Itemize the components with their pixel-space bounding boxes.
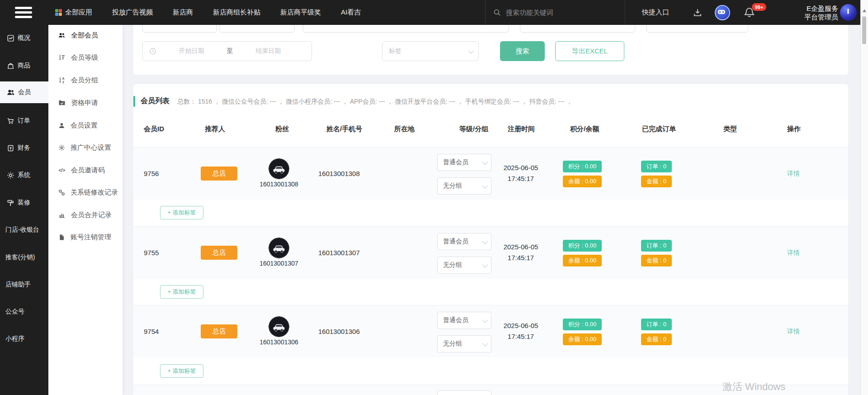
- level-select[interactable]: 普通会员: [437, 233, 491, 250]
- amount-badge: 金额 : 0: [641, 255, 672, 267]
- scrollbar-thumb[interactable]: [862, 16, 866, 44]
- member-name-phone: 16013001307: [318, 227, 360, 279]
- col-location: 所在地: [394, 125, 415, 133]
- fans-cell: 16013001307: [255, 238, 302, 267]
- chevron-down-icon: [482, 159, 488, 165]
- sidebar-item-distribution[interactable]: 推客(分销): [0, 247, 48, 267]
- sidebar-item-system[interactable]: 系统: [0, 165, 48, 185]
- member-id: 9756: [144, 148, 159, 200]
- all-members-icon: [58, 32, 66, 39]
- detail-link[interactable]: 详情: [778, 305, 809, 357]
- submenu-qualification[interactable]: 资格申请: [48, 94, 123, 112]
- col-name-phone: 姓名/手机号: [326, 125, 362, 133]
- submenu-member-group[interactable]: A Z 会员分组: [48, 71, 123, 89]
- chevron-down-icon: [482, 317, 488, 323]
- submenu-relation-log[interactable]: 关系链修改记录: [48, 183, 123, 201]
- col-reg-time: 注册时间: [508, 125, 535, 133]
- level-select[interactable]: [437, 390, 491, 395]
- tag-select[interactable]: 标签: [382, 41, 479, 61]
- chevron-down-icon: [482, 262, 488, 267]
- account-name[interactable]: E企盈服务 平台管理员: [780, 0, 838, 25]
- assistant-robot-icon[interactable]: [715, 0, 730, 25]
- topbar: 全部应用 投放广告视频 新店商 新店商组长补贴 新店商平级奖 AI看吉 快捷入口: [0, 0, 860, 25]
- fans-phone: 16013001308: [255, 181, 302, 188]
- list-title: 会员列表: [141, 96, 170, 106]
- group-select[interactable]: 无分组: [437, 257, 491, 274]
- sidebar-item-store-cashier[interactable]: 门店-收银台: [0, 220, 48, 240]
- sidebar-item-finance[interactable]: 财务: [0, 138, 48, 158]
- nav-peer-award[interactable]: 新店商平级奖: [280, 8, 321, 17]
- overview-icon: [7, 34, 14, 42]
- table-row: 9754 总店 16013001306 16013001306 普通会员: [133, 305, 848, 357]
- product-bag-icon: [7, 62, 14, 70]
- sidebar-item-orders[interactable]: 订单: [0, 111, 48, 131]
- add-tag-button[interactable]: + 添加标签: [160, 206, 203, 219]
- table-row: 9756 总店 16013001308 16013001308 普通会员: [133, 147, 848, 200]
- date-range-picker[interactable]: 开始日期 至 结束日期: [142, 41, 312, 61]
- list-stats: 总数： 1516 ， 微信公众号会员: --- ， 微信小程序会员: --- ，…: [177, 98, 572, 106]
- points-badge: 积分 : 0.00: [563, 161, 602, 172]
- sidebar-item-overview[interactable]: 概况: [0, 28, 48, 48]
- submenu-merge-log[interactable]: 会员合并记录: [48, 206, 123, 224]
- submenu-promotion-center[interactable]: 推广中心设置: [48, 138, 123, 157]
- quick-entry-link[interactable]: 快捷入口: [642, 0, 669, 25]
- nav-leader-subsidy[interactable]: 新店商组长补贴: [213, 8, 260, 17]
- col-fans: 粉丝: [275, 125, 289, 133]
- group-select[interactable]: 无分组: [437, 177, 491, 195]
- col-level-group: 等级/分组: [459, 125, 488, 133]
- sidebar-item-members[interactable]: 会员: [0, 81, 48, 103]
- detail-link[interactable]: 详情: [778, 148, 809, 200]
- member-avatar: [269, 238, 289, 258]
- sidebar-item-official-account[interactable]: 公众号: [0, 302, 48, 322]
- level-select[interactable]: 普通会员: [437, 312, 491, 329]
- search-input[interactable]: [505, 8, 611, 17]
- col-completed-orders: 已完成订单: [642, 125, 676, 133]
- page: 全部应用 投放广告视频 新店商 新店商组长补贴 新店商平级奖 AI看吉 快捷入口: [0, 0, 868, 395]
- nav-ai[interactable]: AI看吉: [341, 8, 361, 17]
- relation-link-icon: [58, 189, 65, 196]
- nav-ad-video[interactable]: 投放广告视频: [112, 8, 153, 17]
- sidebar-item-shop-assistant[interactable]: 店铺助手: [0, 275, 48, 295]
- submenu-all-members[interactable]: 全部会员: [48, 26, 123, 44]
- submenu-invite-code[interactable]: </> 会员邀请码: [48, 161, 123, 179]
- add-tag-button[interactable]: + 添加标签: [160, 364, 203, 378]
- sidebar-item-decorate[interactable]: 装修: [0, 193, 48, 213]
- points-badge: 积分 : 0.00: [563, 240, 602, 252]
- merge-log-chart-icon: [58, 211, 66, 219]
- submenu-member-settings[interactable]: 会员设置: [48, 116, 123, 134]
- detail-link[interactable]: 详情: [778, 227, 809, 279]
- account-cancel-file-icon: [58, 234, 65, 241]
- sidebar-item-mini-program[interactable]: 小程序: [0, 329, 48, 349]
- export-excel-button[interactable]: 导出EXCEL: [555, 41, 624, 61]
- scrollbar-up-arrow[interactable]: [863, 9, 866, 12]
- windows-activation-watermark: 激活 Windows 转到“电脑设置”以激活 Windows。: [722, 380, 811, 395]
- level-select[interactable]: 普通会员: [437, 154, 491, 171]
- svg-text:Z: Z: [62, 81, 65, 84]
- admin-avatar[interactable]: [840, 4, 857, 21]
- nav-new-shop[interactable]: 新店商: [173, 8, 193, 17]
- fans-cell: 16013001308: [255, 158, 302, 188]
- balance-badge: 余额 : 0.00: [563, 255, 602, 267]
- members-icon: [7, 88, 15, 96]
- search-button[interactable]: 搜索: [500, 41, 545, 61]
- chevron-down-icon: [482, 340, 488, 346]
- nav-all-apps[interactable]: 全部应用: [55, 8, 92, 17]
- sidebar-item-products[interactable]: 商品: [0, 56, 48, 76]
- col-type: 类型: [723, 125, 737, 133]
- submenu-account-cancel[interactable]: 账号注销管理: [48, 228, 123, 246]
- main-sidebar: 概况 商品 会员 订单: [0, 0, 48, 395]
- chevron-down-icon: [482, 182, 488, 188]
- menu-hamburger-icon[interactable]: [15, 7, 32, 19]
- topbar-search[interactable]: [485, 0, 625, 25]
- chevron-down-icon: [468, 48, 474, 53]
- group-select[interactable]: 无分组: [437, 335, 491, 352]
- download-icon[interactable]: [693, 0, 703, 25]
- page-scrollbar[interactable]: [860, 0, 868, 395]
- table-row: 9755 总店 16013001307 16013001307 普通会员: [133, 226, 848, 279]
- add-tag-button[interactable]: + 添加标签: [160, 285, 203, 299]
- amount-badge: 金额 : 0: [641, 333, 672, 345]
- member-list-card: 会员列表 总数： 1516 ， 微信公众号会员: --- ， 微信小程序会员: …: [133, 84, 848, 395]
- submenu-member-level[interactable]: 会员等级: [48, 48, 123, 67]
- finance-icon: [7, 144, 14, 152]
- register-time: 2025-06-05 17:45:17: [491, 242, 550, 263]
